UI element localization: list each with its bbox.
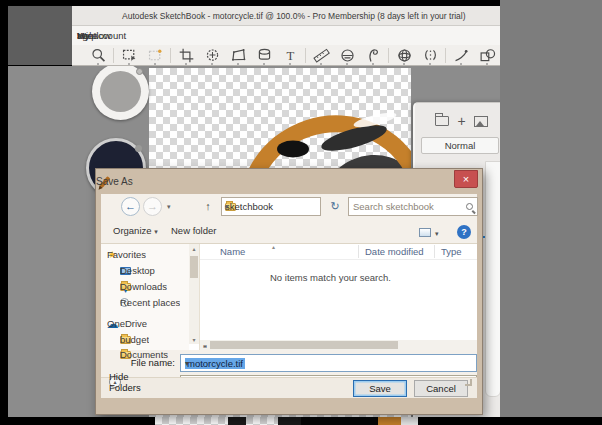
file-name-row: File name: motorcycle.tif ▾ — [101, 354, 477, 372]
file-list-header: Name ▴ Date modified Type — [200, 244, 477, 260]
drawing-fragment — [378, 417, 401, 425]
sidebar-item-downloads[interactable]: ▾ Downloads — [101, 279, 189, 294]
sidebar-group-favorites[interactable]: ★ Favorites — [101, 247, 189, 262]
layers-panel-header: + — [415, 111, 500, 131]
drawing-fragment — [228, 417, 246, 425]
desktop-background-top-left — [8, 6, 72, 65]
breadcrumb-folder[interactable]: sketchbook — [225, 201, 273, 212]
cancel-button[interactable]: Cancel — [414, 380, 468, 397]
forward-button[interactable]: → — [143, 197, 162, 216]
dialog-body: ← → ▾ ↑ ▸ sketchbook ▾ ↻ Search sketchbo… — [101, 194, 477, 377]
screenshot-root: Autodesk SketchBook - motorcycle.tif @ 1… — [0, 0, 602, 425]
horizontal-scrollbar[interactable]: ◂ ▸ — [200, 340, 477, 350]
organize-dropdown-icon: ▾ — [154, 228, 158, 235]
text-tool-icon[interactable]: T — [277, 45, 303, 65]
sidebar-item-desktop[interactable]: Desktop — [101, 263, 189, 278]
up-one-level-button[interactable]: ↑ — [198, 198, 218, 215]
app-toolbar: T — [72, 45, 500, 66]
ellipse-guide-tool-icon[interactable] — [334, 45, 360, 65]
dialog-main-area: ★ Favorites Desktop ▾ Downloads Recent p… — [101, 244, 477, 350]
search-placeholder: Search sketchbook — [353, 201, 434, 212]
save-as-dialog: Save As × ← → ▾ ↑ ▸ sketchbook ▾ ↻ Searc… — [95, 168, 483, 415]
zoom-tool-icon[interactable] — [85, 45, 111, 65]
help-icon[interactable]: ? — [457, 225, 471, 239]
scrollbar-thumb[interactable] — [190, 256, 198, 278]
dialog-command-bar: Organize ▾ New folder ▾ ? — [101, 220, 477, 244]
scroll-right-icon[interactable]: ▸ — [200, 342, 210, 349]
sort-indicator-icon: ▴ — [272, 243, 275, 250]
file-name-input[interactable]: motorcycle.tif ▾ — [180, 354, 477, 372]
column-header-type[interactable]: Type — [441, 246, 462, 257]
sidebar-item-recent-places[interactable]: Recent places — [101, 295, 189, 310]
app-title-bar: Autodesk SketchBook - motorcycle.tif @ 1… — [72, 6, 500, 26]
scroll-down-icon[interactable]: ▾ — [189, 336, 199, 343]
app-title: Autodesk SketchBook - motorcycle.tif @ 1… — [72, 6, 466, 26]
perspective-tool-icon[interactable] — [391, 45, 417, 65]
toolbar-separator — [113, 48, 114, 63]
address-bar[interactable]: ▸ sketchbook ▾ — [221, 197, 321, 216]
dialog-navigation-bar: ← → ▾ ↑ ▸ sketchbook ▾ ↻ Search sketchbo… — [101, 194, 477, 220]
toolbar-separator — [445, 48, 446, 63]
brush-puck[interactable] — [92, 66, 149, 120]
save-button[interactable]: Save — [353, 380, 407, 397]
resize-grip[interactable] — [465, 379, 472, 386]
layers-panel-scroll-area[interactable] — [485, 161, 500, 397]
toolbar-separator — [305, 48, 306, 63]
view-dropdown-icon[interactable]: ▾ — [435, 230, 439, 238]
address-dropdown-icon[interactable]: ▾ — [225, 203, 229, 211]
column-header-name[interactable]: Name — [220, 246, 245, 257]
change-view-icon[interactable] — [419, 228, 431, 237]
places-sidebar: ★ Favorites Desktop ▾ Downloads Recent p… — [101, 244, 189, 350]
empty-list-message: No items match your search. — [270, 272, 391, 283]
brush-puck-surface[interactable] — [100, 71, 141, 112]
circle-select-tool-icon[interactable] — [199, 45, 225, 65]
sidebar-item-budget[interactable]: budget — [101, 332, 189, 347]
french-curve-tool-icon[interactable] — [360, 45, 386, 65]
back-button[interactable]: ← — [121, 197, 140, 216]
import-image-icon[interactable] — [474, 116, 488, 127]
file-name-value[interactable]: motorcycle.tif — [185, 358, 245, 369]
desktop-background-right — [500, 0, 602, 417]
file-list: Name ▴ Date modified Type No items match… — [199, 244, 477, 350]
shapes-tool-icon[interactable] — [474, 45, 500, 65]
close-icon[interactable]: × — [454, 170, 478, 188]
search-icon — [466, 203, 473, 210]
dialog-title-bar[interactable]: Save As × — [96, 169, 482, 194]
app-menu-bar: age Window My Account Help — [72, 26, 500, 45]
stroke-tool-icon[interactable] — [448, 45, 474, 65]
menu-item-help[interactable]: Help — [75, 30, 99, 41]
blend-mode-dropdown[interactable]: Normal — [421, 137, 499, 154]
scroll-up-icon[interactable]: ▴ — [189, 245, 199, 252]
rect-select-tool-icon[interactable] — [116, 45, 142, 65]
refresh-icon[interactable]: ↻ — [327, 199, 343, 215]
layer-group-icon[interactable] — [435, 116, 449, 126]
brush-puck-hole — [136, 68, 143, 75]
toolbar-separator — [388, 48, 389, 63]
dialog-footer: ▴ Hide Folders Save Cancel — [101, 377, 477, 398]
symmetry-tool-icon[interactable] — [417, 45, 443, 65]
drawing-fragment — [401, 417, 418, 425]
history-dropdown-icon[interactable]: ▾ — [167, 203, 171, 211]
scrollbar-thumb[interactable] — [210, 341, 398, 349]
drawing-fragment — [301, 417, 378, 425]
file-name-label: File name: — [101, 357, 175, 368]
crop-tool-icon[interactable] — [173, 45, 199, 65]
chevron-down-icon[interactable]: ▾ — [185, 359, 189, 368]
drawing-fragment — [278, 417, 301, 425]
rect-select-secondary-tool-icon[interactable] — [142, 45, 168, 65]
color-puck-hole — [135, 145, 142, 152]
sidebar-scrollbar[interactable]: ▴ ▾ — [189, 244, 199, 344]
new-folder-button[interactable]: New folder — [171, 225, 216, 236]
column-header-date-modified[interactable]: Date modified — [365, 246, 424, 257]
fill-tool-icon[interactable] — [251, 45, 277, 65]
toolbar-separator — [170, 48, 171, 63]
dialog-title: Save As — [96, 169, 133, 194]
distort-tool-icon[interactable] — [225, 45, 251, 65]
organize-menu-button[interactable]: Organize ▾ — [113, 225, 158, 236]
svg-text:T: T — [286, 48, 294, 62]
add-layer-button[interactable]: + — [457, 114, 465, 128]
search-box[interactable]: Search sketchbook — [348, 197, 478, 216]
sidebar-group-onedrive[interactable]: ☁ OneDrive — [101, 316, 189, 331]
ruler-tool-icon[interactable] — [308, 45, 334, 65]
